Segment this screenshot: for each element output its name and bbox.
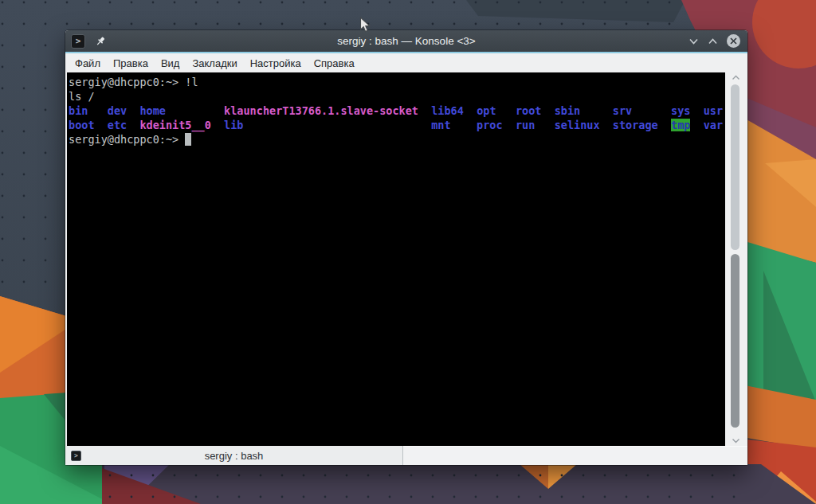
tab-sergiy-bash[interactable]: > sergiy : bash: [65, 446, 403, 465]
mouse-cursor-icon: [359, 17, 372, 34]
close-button[interactable]: [727, 34, 740, 48]
desktop: > sergiy : bash — Konsole <3>: [0, 0, 816, 504]
terminal-line: boot etc kdeinit5__0 lib mnt proc run se…: [69, 118, 725, 132]
scrollbar-up-icon[interactable]: [725, 75, 746, 80]
menu-item-6[interactable]: Справка: [308, 57, 361, 69]
terminal-scrollbar[interactable]: [725, 72, 746, 446]
terminal-line: sergiy@dhcppc0:~>: [69, 132, 725, 147]
scrollbar-down-icon[interactable]: [725, 438, 746, 443]
menu-item-3[interactable]: Вид: [155, 57, 186, 69]
tab-bar-empty-area[interactable]: [403, 446, 747, 465]
terminal-tab-icon: >: [71, 451, 81, 461]
window-controls: [688, 34, 740, 48]
terminal-line: sergiy@dhcppc0:~> !l: [69, 75, 725, 89]
tab-icon-glyph: >: [74, 452, 78, 459]
menu-item-4[interactable]: Закладки: [186, 57, 243, 69]
tab-label: sergiy : bash: [65, 450, 402, 462]
terminal-screen[interactable]: sergiy@dhcppc0:~> !lls /bin dev home kla…: [67, 72, 725, 446]
menu-item-1[interactable]: Файл: [69, 57, 107, 69]
menu-item-5[interactable]: Настройка: [244, 57, 308, 69]
pin-icon[interactable]: [95, 36, 106, 47]
terminal-line: bin dev home klauncherT13766.1.slave-soc…: [69, 104, 725, 118]
app-icon-glyph: >: [76, 36, 81, 46]
maximize-button[interactable]: [708, 38, 718, 45]
konsole-app-icon[interactable]: >: [71, 34, 85, 49]
menu-item-2[interactable]: Правка: [107, 57, 155, 69]
titlebar[interactable]: > sergiy : bash — Konsole <3>: [65, 30, 747, 53]
tab-bar: > sergiy : bash: [65, 446, 747, 465]
minimize-button[interactable]: [688, 38, 699, 45]
terminal-content: sergiy@dhcppc0:~> !lls /bin dev home kla…: [65, 72, 747, 446]
scrollbar-thumb[interactable]: [731, 254, 740, 428]
menu-bar: ФайлПравкаВидЗакладкиНастройкаСправка: [65, 53, 747, 72]
window-title: sergiy : bash — Konsole <3>: [65, 35, 747, 47]
terminal-line: ls /: [69, 89, 725, 104]
scrollbar-track-segment[interactable]: [731, 84, 740, 250]
konsole-window: > sergiy : bash — Konsole <3>: [65, 30, 747, 465]
